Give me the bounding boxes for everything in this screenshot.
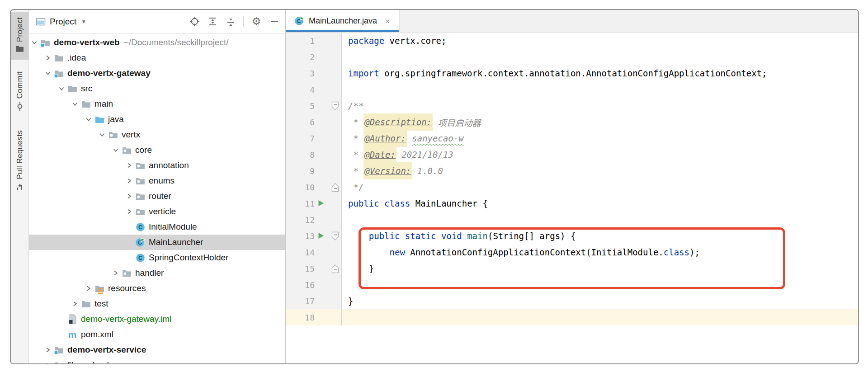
gutter-line-12[interactable]: 12 xyxy=(286,212,342,228)
tree-row-annotation[interactable]: annotation xyxy=(29,158,285,173)
code-line-11[interactable]: 11public class MainLauncher { xyxy=(286,195,858,212)
chevron-right-icon[interactable] xyxy=(43,53,52,62)
code-line-4[interactable]: 4 xyxy=(286,81,858,98)
close-icon[interactable]: × xyxy=(385,17,390,26)
tree-row-demo-vertx-gateway[interactable]: demo-vertx-gateway xyxy=(29,66,285,81)
tree-row-mainlauncher[interactable]: CMainLauncher xyxy=(29,235,285,250)
chevron-right-icon[interactable] xyxy=(125,192,134,201)
code-line-14[interactable]: 14 new AnnotationConfigApplicationContex… xyxy=(286,244,858,260)
tree-row-file-uploads[interactable]: file_uploads xyxy=(29,358,285,363)
gutter-line-18[interactable]: 18 xyxy=(286,309,342,325)
java-folder-icon xyxy=(94,114,105,124)
chevron-right-icon[interactable] xyxy=(125,207,134,216)
gutter-line-5[interactable]: 5 xyxy=(286,98,342,114)
tree-row-verticle[interactable]: verticle xyxy=(29,204,285,219)
tree-row-src[interactable]: src xyxy=(29,81,285,96)
chevron-right-icon[interactable] xyxy=(125,176,134,185)
chevron-down-icon[interactable] xyxy=(43,69,52,78)
gutter-line-10[interactable]: 10 xyxy=(286,179,342,195)
code-line-3[interactable]: 3import org.springframework.context.anno… xyxy=(286,65,858,81)
tree-row-enums[interactable]: enums xyxy=(29,173,285,188)
gutter-line-16[interactable]: 16 xyxy=(286,277,342,293)
fold-end-icon[interactable] xyxy=(331,183,339,194)
tool-window-button-commit[interactable]: Commit xyxy=(11,66,28,118)
chevron-right-icon[interactable] xyxy=(111,268,120,278)
code-line-13[interactable]: 13 public static void main(String[] args… xyxy=(286,228,858,244)
chevron-down-icon[interactable] xyxy=(84,115,93,124)
tree-row-demo-vertx-web[interactable]: demo-vertx-web~/Documents/seckillproject… xyxy=(29,35,285,50)
settings-icon[interactable]: ⚙ xyxy=(251,16,262,27)
chevron-right-icon[interactable] xyxy=(84,284,93,293)
chevron-down-icon[interactable] xyxy=(30,38,39,47)
tree-row-test[interactable]: test xyxy=(29,296,285,311)
chevron-down-icon[interactable] xyxy=(111,146,120,155)
tree-row-vertx[interactable]: vertx xyxy=(29,127,285,142)
chevron-down-icon[interactable] xyxy=(98,130,107,139)
expand-all-icon[interactable] xyxy=(207,16,218,27)
gutter-line-11[interactable]: 11 xyxy=(286,195,342,212)
tree-row--idea[interactable]: .idea xyxy=(29,50,285,66)
tool-window-button-pull-requests[interactable]: Pull Requests xyxy=(11,125,28,198)
collapse-all-icon[interactable] xyxy=(225,16,236,27)
tool-window-label: Pull Requests xyxy=(15,130,24,179)
project-view-selector[interactable]: Project ▼ xyxy=(34,17,86,27)
gutter-line-14[interactable]: 14 xyxy=(286,244,342,260)
gutter-line-4[interactable]: 4 xyxy=(286,81,342,98)
code-line-12[interactable]: 12 xyxy=(286,212,858,228)
chevron-down-icon[interactable] xyxy=(71,99,80,108)
tree-row-pom-xml[interactable]: mpom.xml xyxy=(29,327,285,342)
gutter-line-8[interactable]: 8 xyxy=(286,146,342,163)
tree-row-resources[interactable]: resources xyxy=(29,281,285,296)
line-number: 15 xyxy=(286,264,315,273)
gutter-line-7[interactable]: 7 xyxy=(286,130,342,146)
editor-tab[interactable]: C MainLauncher.java × xyxy=(286,10,400,32)
gutter-line-9[interactable]: 9 xyxy=(286,163,342,179)
code-keyword: void xyxy=(441,231,462,241)
code-line-9[interactable]: 9 * @Version: 1.0.0 xyxy=(286,163,858,179)
code-line-17[interactable]: 17} xyxy=(286,293,858,309)
chevron-right-icon[interactable] xyxy=(71,299,80,308)
code-line-1[interactable]: 1package vertx.core; xyxy=(286,33,858,49)
chevron-right-icon[interactable] xyxy=(125,161,134,170)
tree-row-handler[interactable]: handler xyxy=(29,265,285,281)
module-folder-icon xyxy=(53,345,64,355)
fold-start-icon[interactable] xyxy=(331,231,339,243)
gutter-line-2[interactable]: 2 xyxy=(286,49,342,65)
tree-row-core[interactable]: core xyxy=(29,142,285,158)
code-line-6[interactable]: 6 * @Description: 项目启动器 xyxy=(286,114,858,130)
class-icon: C xyxy=(135,253,146,263)
chevron-right-icon[interactable] xyxy=(43,345,52,354)
code-line-18[interactable]: 18 xyxy=(286,309,858,325)
tree-row-demo-vertx-service[interactable]: demo-vertx-service xyxy=(29,342,285,358)
fold-start-icon[interactable] xyxy=(331,101,339,113)
tree-item-path-suffix: ~/Documents/seckillproject/ xyxy=(124,38,229,47)
gutter-line-17[interactable]: 17 xyxy=(286,293,342,309)
tree-row-router[interactable]: router xyxy=(29,188,285,204)
code-line-16[interactable]: 16 xyxy=(286,277,858,293)
gutter-line-13[interactable]: 13 xyxy=(286,228,342,244)
chevron-down-icon[interactable] xyxy=(57,84,66,93)
code-line-15[interactable]: 15 } xyxy=(286,260,858,277)
tree-row-initialmodule[interactable]: CInitialModule xyxy=(29,219,285,235)
code-line-2[interactable]: 2 xyxy=(286,49,858,65)
tree-row-springcontextholder[interactable]: CSpringContextHolder xyxy=(29,250,285,265)
locate-icon[interactable] xyxy=(189,16,200,27)
gutter-line-1[interactable]: 1 xyxy=(286,33,342,49)
hide-icon[interactable] xyxy=(269,16,280,27)
run-gutter-icon[interactable] xyxy=(318,232,324,241)
chevron-right-icon[interactable] xyxy=(43,361,52,363)
run-gutter-icon[interactable] xyxy=(318,200,324,208)
tree-row-java[interactable]: java xyxy=(29,112,285,127)
tool-window-button-project[interactable]: Project xyxy=(11,12,28,60)
code-line-8[interactable]: 8 * @Date: 2021/10/13 xyxy=(286,146,858,163)
tree-row-demo-vertx-gateway-iml[interactable]: demo-vertx-gateway.iml xyxy=(29,311,285,327)
code-line-5[interactable]: 5/** xyxy=(286,98,858,114)
gutter-line-15[interactable]: 15 xyxy=(286,260,342,277)
code-line-10[interactable]: 10 */ xyxy=(286,179,858,195)
gutter-line-6[interactable]: 6 xyxy=(286,114,342,130)
tree-row-main[interactable]: main xyxy=(29,96,285,112)
fold-end-icon[interactable] xyxy=(331,264,339,275)
gutter-line-3[interactable]: 3 xyxy=(286,65,342,81)
code-editor[interactable]: 1package vertx.core;23import org.springf… xyxy=(286,33,858,363)
code-line-7[interactable]: 7 * @Author: sanyecao-w xyxy=(286,130,858,146)
